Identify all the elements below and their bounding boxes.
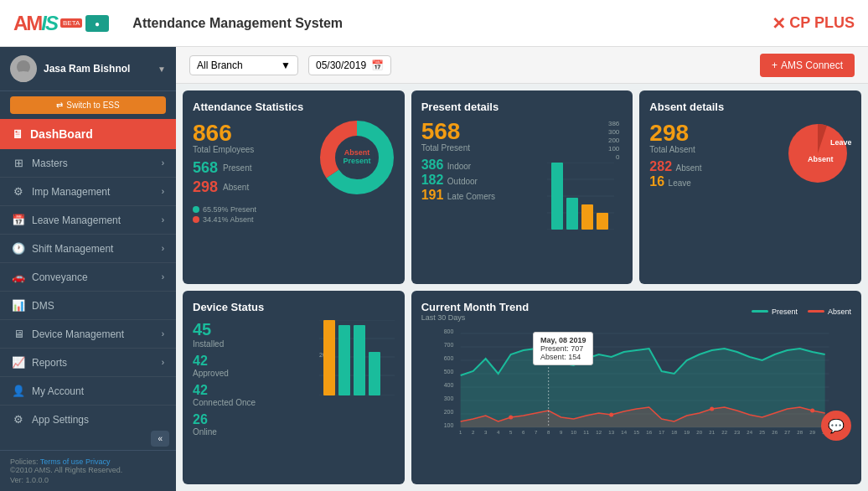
trend-subtitle: Last 30 Days xyxy=(421,313,530,322)
tooltip-date: May, 08 2019 xyxy=(540,336,586,344)
sidebar-footer: Policies: Terms of use Privacy ©2010 AMS… xyxy=(0,450,176,491)
attendance-stats-card: Attendance Statistics 866 Total Employee… xyxy=(183,90,405,284)
terms-link[interactable]: Terms of use xyxy=(40,457,84,466)
svg-text:●: ● xyxy=(95,19,100,28)
sidebar-item-imp-management[interactable]: ⚙ Imp Management › xyxy=(0,178,176,206)
svg-text:11: 11 xyxy=(583,430,589,434)
svg-text:10: 10 xyxy=(571,430,576,434)
present-details-title: Present details xyxy=(421,101,623,113)
svg-text:20: 20 xyxy=(696,430,702,434)
user-dropdown-icon[interactable]: ▼ xyxy=(158,65,166,74)
total-employees-value: 866 xyxy=(193,121,313,145)
online-value: 26 xyxy=(193,412,208,426)
approved-label: Approved xyxy=(193,369,314,378)
svg-point-49 xyxy=(609,413,613,417)
sidebar: Jasa Ram Bishnol ▼ ⇄ Switch to ESS 🖥 Das… xyxy=(0,47,176,491)
svg-text:2: 2 xyxy=(472,430,475,434)
donut-chart: Absent Present xyxy=(319,120,395,199)
svg-text:25: 25 xyxy=(759,430,765,434)
svg-text:21: 21 xyxy=(709,430,715,434)
chat-button[interactable]: 💬 xyxy=(821,411,851,441)
legend-absent: 34.41% Absent xyxy=(193,215,395,224)
switch-to-ess-button[interactable]: ⇄ Switch to ESS xyxy=(10,96,166,114)
svg-text:18: 18 xyxy=(671,430,677,434)
total-present-label: Total Present xyxy=(421,143,543,152)
sidebar-item-device-management[interactable]: 🖥 Device Management › xyxy=(0,320,176,349)
present-stats: 568 Total Present 386 Indoor 182 Outdoor xyxy=(421,120,543,230)
absent-details-title: Absent details xyxy=(649,101,851,113)
imp-mgmt-icon: ⚙ xyxy=(12,185,25,198)
plus-icon: + xyxy=(772,59,778,71)
indoor-label: Indoor xyxy=(447,162,471,171)
svg-text:15: 15 xyxy=(633,430,639,434)
svg-text:23: 23 xyxy=(734,430,740,434)
svg-text:14: 14 xyxy=(621,430,627,434)
present-details-card: Present details 568 Total Present 386 In… xyxy=(411,90,633,284)
svg-text:600: 600 xyxy=(443,355,453,361)
absent-num-value: 282 xyxy=(649,159,672,173)
total-absent-label: Total Absent xyxy=(649,145,778,154)
pie-absent-label: Absent xyxy=(808,155,834,163)
trend-legend: Present Absent xyxy=(752,308,851,316)
logo-area: AMIS BETA ● xyxy=(13,12,109,35)
sidebar-item-conveyance[interactable]: 🚗 Conveyance › xyxy=(0,263,176,292)
absent-stats: 298 Total Absent 282 Absent 16 Leave xyxy=(649,121,778,189)
svg-text:7: 7 xyxy=(535,430,538,434)
main-content: All Branch ▼ 05/30/2019 📅 + AMS Connect … xyxy=(176,47,868,491)
absent-value: 298 xyxy=(193,178,218,196)
present-legend-dot xyxy=(193,206,199,213)
svg-text:Present: Present xyxy=(343,157,370,165)
absent-num-label: Absent xyxy=(675,163,701,173)
online-label: Online xyxy=(193,427,314,437)
collapse-button[interactable]: « xyxy=(151,431,169,447)
arrow-icon: › xyxy=(162,244,164,253)
installed-label: Installed xyxy=(193,339,314,349)
sidebar-item-shift-management[interactable]: 🕐 Shift Management › xyxy=(0,235,176,263)
svg-text:28: 28 xyxy=(797,430,803,434)
svg-text:16: 16 xyxy=(646,430,652,434)
arrow-icon: › xyxy=(162,187,164,196)
svg-text:500: 500 xyxy=(443,369,453,375)
svg-point-51 xyxy=(810,409,814,413)
svg-rect-28 xyxy=(354,325,365,395)
svg-text:200: 200 xyxy=(443,409,453,415)
sidebar-item-app-settings[interactable]: ⚙ App Settings xyxy=(0,406,176,427)
shift-mgmt-icon: 🕐 xyxy=(12,242,25,255)
device-status-card: Device Status 45 Installed 42 Approved xyxy=(183,291,405,484)
ams-connect-button[interactable]: + AMS Connect xyxy=(760,54,855,77)
date-picker[interactable]: 05/30/2019 📅 xyxy=(308,55,391,75)
outdoor-label: Outdoor xyxy=(447,177,478,186)
sidebar-item-reports[interactable]: 📈 Reports › xyxy=(0,349,176,377)
svg-text:3: 3 xyxy=(484,430,488,434)
leave-mgmt-icon: 📅 xyxy=(12,214,25,226)
sidebar-item-dms[interactable]: 📊 DMS xyxy=(0,292,176,320)
trend-legend-absent: Absent xyxy=(808,308,851,316)
privacy-link[interactable]: Privacy xyxy=(85,457,111,466)
reports-icon: 📈 xyxy=(12,356,25,369)
sidebar-item-dashboard[interactable]: 🖥 DashBoard xyxy=(0,119,176,149)
connected-label: Connected Once xyxy=(193,398,314,407)
svg-text:13: 13 xyxy=(608,430,614,434)
present-label: Present xyxy=(223,163,251,173)
branch-select[interactable]: All Branch ▼ xyxy=(189,55,298,75)
svg-text:4: 4 xyxy=(497,430,500,434)
arrow-icon: › xyxy=(162,272,164,282)
present-bar-chart: 386 300 200 100 0 xyxy=(547,120,623,230)
account-icon: 👤 xyxy=(12,385,25,397)
svg-rect-15 xyxy=(566,198,578,230)
svg-text:29: 29 xyxy=(809,430,815,434)
switch-icon: ⇄ xyxy=(56,101,63,110)
pie-leave-label: Leave xyxy=(830,138,851,147)
sidebar-item-masters[interactable]: ⊞ Masters › xyxy=(0,149,176,178)
logo-text: AMIS xyxy=(13,12,57,35)
trend-title: Current Month Trend xyxy=(421,301,530,313)
absent-pie-chart: Leave Absent xyxy=(784,120,851,190)
dashboard-grid: Attendance Statistics 866 Total Employee… xyxy=(176,84,868,491)
sidebar-item-my-account[interactable]: 👤 My Account xyxy=(0,377,176,406)
sidebar-item-leave-management[interactable]: 📅 Leave Management › xyxy=(0,206,176,235)
total-present-value: 568 xyxy=(421,120,543,143)
svg-rect-29 xyxy=(369,352,380,395)
trend-legend-present: Present xyxy=(752,308,798,316)
nav-items: ⊞ Masters › ⚙ Imp Management › 📅 Leave M… xyxy=(0,149,176,427)
attendance-stats-title: Attendance Statistics xyxy=(193,101,395,113)
